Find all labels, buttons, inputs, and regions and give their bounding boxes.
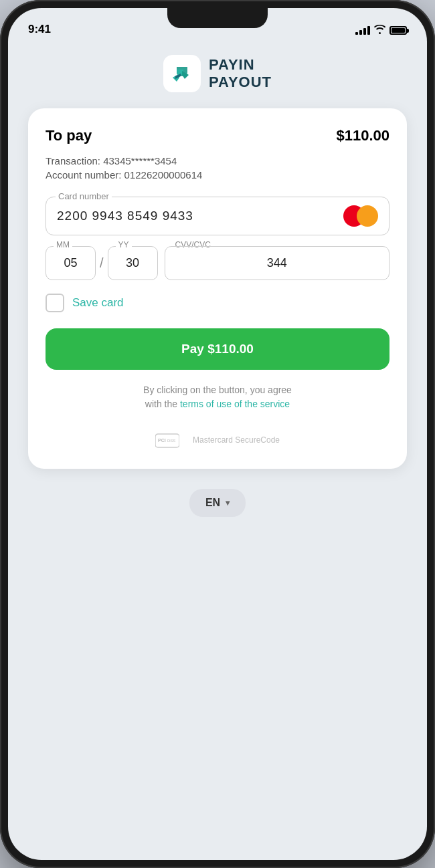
mc-securecode-badge: Mastercard SecureCode bbox=[193, 435, 280, 446]
phone-screen: 9:41 bbox=[8, 8, 427, 860]
logo-icon bbox=[163, 55, 201, 92]
pay-button[interactable]: Pay $110.00 bbox=[46, 328, 389, 370]
transaction-id: 43345******3454 bbox=[103, 155, 177, 167]
terms-line1: By clicking on the button, you agree bbox=[143, 385, 292, 395]
logo-text: PAYIN PAYOUT bbox=[209, 56, 272, 92]
to-pay-amount: $110.00 bbox=[336, 127, 389, 144]
signal-icon bbox=[355, 26, 370, 35]
mm-input[interactable]: 05 bbox=[46, 246, 96, 280]
chevron-down-icon: ▾ bbox=[226, 498, 230, 508]
logo-name-payout: PAYOUT bbox=[209, 74, 272, 91]
mm-label: MM bbox=[54, 240, 72, 249]
language-current: EN bbox=[205, 497, 220, 509]
yy-label: YY bbox=[116, 240, 132, 249]
save-card-row[interactable]: Save card bbox=[46, 294, 389, 312]
terms-text: By clicking on the button, you agree wit… bbox=[46, 383, 389, 411]
phone-frame: 9:41 bbox=[0, 0, 435, 868]
pci-badge: PCI DSS bbox=[155, 431, 179, 450]
mc-securecode-label: Mastercard SecureCode bbox=[193, 435, 280, 445]
save-card-label: Save card bbox=[72, 296, 124, 310]
logo-area: PAYIN PAYOUT bbox=[163, 55, 272, 92]
mastercard-icon bbox=[343, 205, 378, 227]
screen-content: PAYIN PAYOUT To pay $110.00 Transaction:… bbox=[8, 41, 427, 860]
pci-logo-icon: PCI DSS bbox=[155, 431, 179, 450]
status-icons bbox=[355, 25, 407, 36]
card-header: To pay $110.00 bbox=[46, 127, 389, 144]
status-time: 9:41 bbox=[28, 23, 51, 36]
cvv-wrapper: CVV/CVC 344 bbox=[165, 246, 389, 280]
security-badges: PCI DSS Mastercard SecureCode bbox=[46, 425, 389, 450]
account-info: Account number: 01226200000614 bbox=[46, 169, 389, 181]
card-number-group[interactable]: Card number 2200 9943 8549 9433 bbox=[46, 197, 389, 235]
expiry-group: MM 05 / YY 30 bbox=[46, 246, 158, 280]
account-number: 01226200000614 bbox=[124, 169, 203, 181]
notch bbox=[167, 8, 268, 28]
yy-input[interactable]: 30 bbox=[108, 246, 158, 280]
transaction-info: Transaction: 43345******3454 bbox=[46, 155, 389, 167]
logo-name-payin: PAYIN bbox=[209, 56, 272, 74]
yy-wrapper: YY 30 bbox=[108, 246, 158, 280]
account-label: Account number: bbox=[46, 169, 121, 181]
card-number-label: Card number bbox=[56, 191, 112, 201]
card-number-row: 2200 9943 8549 9433 bbox=[57, 205, 378, 227]
save-card-checkbox[interactable] bbox=[46, 294, 64, 312]
expiry-cvv-row: MM 05 / YY 30 CVV/CVC 344 bbox=[46, 246, 389, 280]
cvv-input[interactable]: 344 bbox=[165, 246, 389, 280]
terms-line2: with the bbox=[145, 399, 177, 409]
terms-link[interactable]: terms of use of the service bbox=[180, 399, 290, 409]
card-number-value: 2200 9943 8549 9433 bbox=[57, 209, 193, 223]
transaction-label: Transaction: bbox=[46, 155, 100, 167]
svg-text:PCI: PCI bbox=[158, 438, 166, 443]
slash-divider: / bbox=[100, 255, 104, 271]
wifi-icon bbox=[374, 25, 385, 36]
mm-wrapper: MM 05 bbox=[46, 246, 96, 280]
language-selector[interactable]: EN ▾ bbox=[189, 489, 246, 517]
payment-card: To pay $110.00 Transaction: 43345******3… bbox=[28, 108, 407, 469]
mc-orange-circle bbox=[357, 205, 378, 227]
battery-icon bbox=[389, 26, 407, 35]
to-pay-label: To pay bbox=[46, 127, 92, 144]
svg-text:DSS: DSS bbox=[167, 439, 175, 443]
